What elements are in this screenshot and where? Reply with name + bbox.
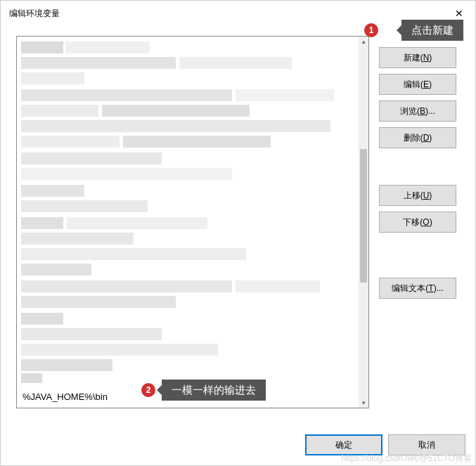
button-panel: 新建(N) 编辑(E) 浏览(B)... 删除(D) 上移(U) 下移(O) 编…: [379, 36, 456, 420]
annotation-callout-1: 点击新建: [401, 20, 463, 41]
edit-button[interactable]: 编辑(E): [379, 74, 456, 95]
annotation-badge-2: 2: [141, 383, 155, 397]
annotation-badge-1: 1: [364, 23, 378, 37]
moveup-button[interactable]: 上移(U): [379, 185, 456, 206]
blurred-content: [18, 37, 359, 380]
movedown-button[interactable]: 下移(O): [379, 212, 456, 233]
content-area: %JAVA_HOME%\bin ▴ ▾ 新建(N) 编辑(E) 浏览(B)...…: [1, 26, 475, 420]
path-entry-java-home[interactable]: %JAVA_HOME%\bin: [22, 391, 108, 402]
scrollbar[interactable]: ▴ ▾: [359, 37, 368, 408]
scroll-thumb[interactable]: [360, 149, 367, 283]
annotation-callout-2: 一模一样的输进去: [162, 380, 266, 401]
scroll-up-icon[interactable]: ▴: [359, 37, 368, 46]
new-button[interactable]: 新建(N): [379, 47, 456, 68]
close-icon: ✕: [455, 8, 463, 19]
cancel-button[interactable]: 取消: [388, 434, 465, 455]
scroll-down-icon[interactable]: ▾: [359, 398, 368, 408]
delete-button[interactable]: 删除(D): [379, 127, 456, 148]
ok-button[interactable]: 确定: [305, 434, 382, 455]
edittext-button[interactable]: 编辑文本(T)...: [379, 278, 456, 299]
dialog-footer: 确定 取消: [305, 434, 465, 455]
browse-button[interactable]: 浏览(B)...: [379, 101, 456, 122]
window-title: 编辑环境变量: [9, 8, 60, 20]
path-listbox[interactable]: %JAVA_HOME%\bin ▴ ▾: [16, 36, 369, 408]
